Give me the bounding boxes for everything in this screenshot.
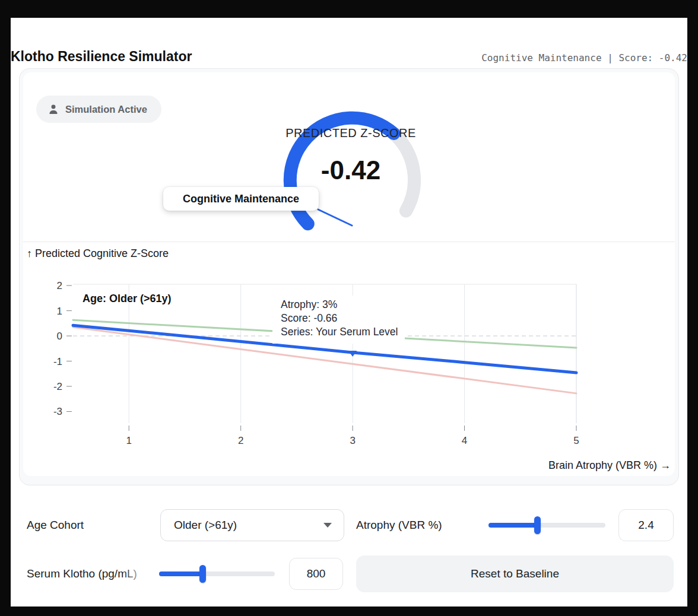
chart-tooltip: Atrophy: 3% Score: -0.66 Series: Your Se… xyxy=(272,296,405,344)
tooltip-atrophy-line: Atrophy: 3% xyxy=(281,298,398,312)
gauge-panel: Simulation Active PREDICTED Z-SCORE -0.4… xyxy=(23,72,675,242)
svg-text:0: 0 xyxy=(57,331,62,342)
app-window: Klotho Resilience Simulator Cognitive Ma… xyxy=(0,0,698,616)
age-cohort-select[interactable]: Older (>61y) xyxy=(160,509,344,541)
svg-text:2: 2 xyxy=(238,435,243,446)
slider-handle[interactable] xyxy=(199,565,206,583)
chevron-down-icon xyxy=(323,523,332,528)
slider-fill xyxy=(488,523,538,528)
svg-text:1: 1 xyxy=(57,306,62,317)
slider-handle[interactable] xyxy=(534,516,541,534)
person-icon xyxy=(48,104,59,115)
svg-text:5: 5 xyxy=(573,435,579,446)
age-cohort-label: Age Cohort xyxy=(27,509,84,541)
simulation-active-badge: Simulation Active xyxy=(36,96,161,123)
svg-text:4: 4 xyxy=(462,435,467,446)
simulator-card: Simulation Active PREDICTED Z-SCORE -0.4… xyxy=(19,68,679,485)
gauge-tooltip: Cognitive Maintenance xyxy=(163,187,319,211)
tooltip-series-line: Series: Your Serum Level xyxy=(281,325,398,339)
page: Klotho Resilience Simulator Cognitive Ma… xyxy=(11,18,687,607)
svg-text:1: 1 xyxy=(126,435,131,446)
tooltip-score-line: Score: -0.66 xyxy=(281,312,398,325)
gauge-needle xyxy=(318,209,352,226)
chart-panel[interactable]: ↑ Predicted Cognitive Z-Score 12345210-1… xyxy=(23,242,675,476)
serum-klotho-slider[interactable] xyxy=(159,565,275,583)
atrophy-value-box[interactable]: 2.4 xyxy=(618,509,674,541)
header-status-text: Cognitive Maintenance | Score: -0.42 xyxy=(481,52,687,63)
age-cohort-selected-value: Older (>61y) xyxy=(174,519,237,532)
page-title: Klotho Resilience Simulator xyxy=(11,49,192,65)
svg-text:3: 3 xyxy=(350,435,355,446)
atrophy-label: Atrophy (VBR %) xyxy=(356,509,442,541)
simulation-active-label: Simulation Active xyxy=(65,104,147,115)
slider-fill xyxy=(159,571,203,576)
svg-text:-2: -2 xyxy=(53,381,62,392)
chart-age-annotation: Age: Older (>61y) xyxy=(83,293,172,305)
label-fade xyxy=(122,555,150,592)
svg-text:-1: -1 xyxy=(53,356,62,367)
atrophy-slider[interactable] xyxy=(488,516,605,534)
chart-x-axis-label: Brain Atrophy (VBR %) → xyxy=(548,459,671,472)
gauge-value: -0.42 xyxy=(262,155,440,185)
gauge-title: PREDICTED Z-SCORE xyxy=(262,126,440,140)
reset-to-baseline-button[interactable]: Reset to Baseline xyxy=(356,555,674,592)
svg-text:2: 2 xyxy=(57,280,62,291)
line-chart[interactable]: 12345210-1-2-3 xyxy=(23,242,675,449)
svg-text:-3: -3 xyxy=(53,406,62,417)
serum-klotho-label: Serum Klotho (pg/mL) xyxy=(27,555,150,592)
serum-klotho-value-box[interactable]: 800 xyxy=(289,558,343,590)
